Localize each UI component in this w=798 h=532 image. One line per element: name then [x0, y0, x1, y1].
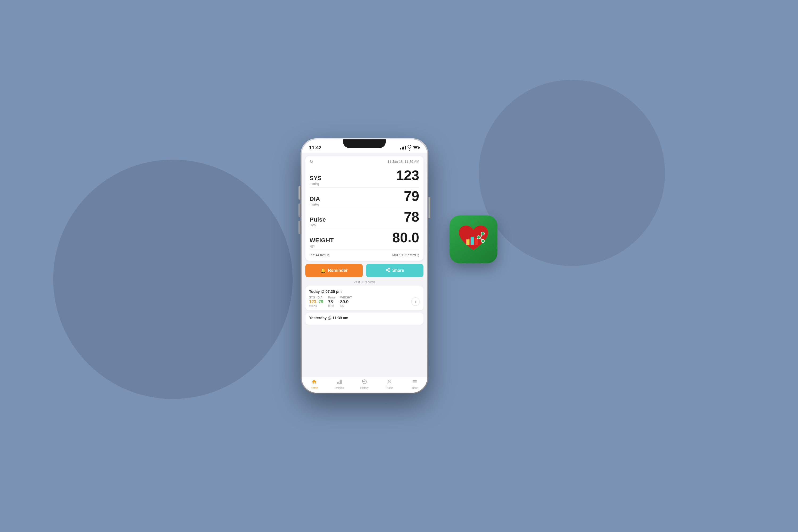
bell-icon: 🔔 [321, 268, 326, 273]
bg-blob-right [479, 80, 665, 266]
svg-rect-14 [475, 238, 478, 245]
main-metrics-card: ↻ 11 Jan 18, 11:39 AM SYS mmHg 123 [305, 156, 423, 261]
share-label: Share [392, 268, 404, 273]
pulse-rec-label: Pulse [328, 296, 336, 299]
svg-rect-12 [466, 240, 470, 245]
home-icon [311, 379, 317, 386]
metric-row-sys: SYS mmHg 123 [310, 167, 419, 188]
dia-label: DIA [310, 195, 320, 203]
scene: 11:42 [301, 138, 497, 394]
screen: ↻ 11 Jan 18, 11:39 AM SYS mmHg 123 [302, 153, 427, 393]
card-header: ↻ 11 Jan 18, 11:39 AM [310, 159, 419, 164]
nav-item-more[interactable]: More [402, 379, 427, 390]
battery-icon [413, 146, 420, 149]
record-time-2: Yesterday @ 11:39 am [309, 316, 420, 320]
phone: 11:42 [301, 138, 428, 394]
dash: – [316, 300, 319, 304]
heart-svg [456, 224, 491, 255]
card-timestamp: 11 Jan 18, 11:39 AM [387, 159, 419, 164]
phone-inner: 11:42 [302, 139, 427, 393]
svg-line-3 [387, 270, 388, 271]
pulse-rec-unit: BPM [328, 304, 336, 307]
record-time-1: Today @ 07:35 pm [309, 289, 420, 294]
history-icon [362, 379, 367, 386]
profile-nav-label: Profile [386, 386, 393, 390]
svg-rect-7 [341, 380, 341, 384]
bg-blob-left [53, 159, 292, 399]
pulse-unit: BPM [310, 224, 326, 227]
weight-rec-val: 80.0 [340, 300, 352, 304]
svg-point-20 [481, 232, 484, 235]
profile-icon [387, 379, 392, 386]
app-icon [450, 215, 497, 263]
metric-row-pulse: Pulse BPM 78 [310, 208, 419, 229]
weight-rec-label: WEIGHT [340, 296, 352, 299]
pulse-label-group: Pulse BPM [310, 216, 326, 227]
svg-rect-13 [471, 237, 474, 245]
action-buttons: 🔔 Reminder Share [305, 264, 423, 277]
record-dia-val: 79 [319, 300, 323, 304]
bottom-nav: Home Insights [302, 377, 427, 393]
weight-value: 80.0 [392, 231, 419, 244]
signal-icon [400, 146, 406, 150]
record-sys-val: 123 [309, 300, 316, 304]
sys-dia-label: SYS - DIA [309, 296, 323, 299]
dia-unit: mmHg [310, 203, 320, 206]
nav-item-home[interactable]: Home [302, 379, 327, 390]
weight-label: WEIGHT [310, 237, 334, 244]
metric-row-dia: DIA mmHg 79 [310, 188, 419, 208]
svg-point-21 [477, 236, 480, 239]
pulse-label: Pulse [310, 216, 326, 223]
pulse-rec-val: 78 [328, 300, 336, 304]
weight-label-group: WEIGHT kgs [310, 237, 334, 248]
record-card-2[interactable]: Yesterday @ 11:39 am [305, 312, 423, 325]
dia-value: 79 [404, 189, 419, 203]
nav-item-history[interactable]: History [352, 379, 377, 390]
insights-icon [337, 379, 342, 386]
record-chevron-1[interactable]: › [411, 298, 420, 306]
refresh-icon[interactable]: ↻ [310, 159, 313, 164]
heart-icon-container [456, 224, 491, 255]
weight-unit: kgs [310, 244, 334, 248]
svg-rect-5 [337, 382, 338, 384]
history-nav-label: History [360, 386, 368, 390]
svg-point-22 [481, 240, 484, 242]
share-icon [385, 268, 390, 273]
record-sys-dia: SYS - DIA 123–79 mmHg [309, 296, 323, 307]
nav-item-profile[interactable]: Profile [377, 379, 402, 390]
record-card-1[interactable]: Today @ 07:35 pm SYS - DIA 123–79 mmHg P… [305, 286, 423, 310]
svg-line-4 [387, 269, 388, 270]
nav-item-insights[interactable]: Insights [327, 379, 352, 390]
more-nav-label: More [412, 386, 418, 390]
svg-point-8 [388, 380, 391, 382]
sys-dia-unit: mmHg [309, 304, 323, 307]
metric-row-weight: WEIGHT kgs 80.0 [310, 229, 419, 250]
sys-unit: mmHg [310, 182, 322, 186]
dia-label-group: DIA mmHg [310, 195, 320, 206]
notch [343, 139, 386, 148]
insights-nav-label: Insights [335, 386, 344, 390]
wifi-icon [407, 145, 411, 151]
sys-dia-values: 123–79 [309, 300, 323, 304]
status-time: 11:42 [309, 145, 321, 151]
more-icon [412, 379, 417, 386]
reminder-button[interactable]: 🔔 Reminder [305, 264, 363, 277]
share-button[interactable]: Share [366, 264, 423, 277]
map-stat: MAP: 93.67 mmHg [392, 253, 419, 257]
sys-label-group: SYS mmHg [310, 175, 322, 186]
record-pulse: Pulse 78 BPM [328, 296, 336, 307]
status-icons [400, 145, 420, 151]
home-nav-label: Home [311, 386, 318, 390]
records-section-label: Past 3 Records [302, 280, 427, 284]
records-container: Today @ 07:35 pm SYS - DIA 123–79 mmHg P… [305, 286, 423, 325]
pulse-value: 78 [404, 210, 419, 224]
reminder-label: Reminder [328, 268, 348, 273]
sys-value: 123 [396, 168, 419, 182]
record-metrics-1: SYS - DIA 123–79 mmHg Pulse 78 BPM [309, 296, 420, 307]
weight-rec-unit: kgs [340, 304, 352, 307]
sys-label: SYS [310, 175, 322, 182]
card-footer: PP: 44 mmHg MAP: 93.67 mmHg [310, 251, 419, 257]
svg-rect-6 [339, 381, 340, 384]
pp-stat: PP: 44 mmHg [310, 253, 329, 257]
record-weight: WEIGHT 80.0 kgs [340, 296, 352, 307]
